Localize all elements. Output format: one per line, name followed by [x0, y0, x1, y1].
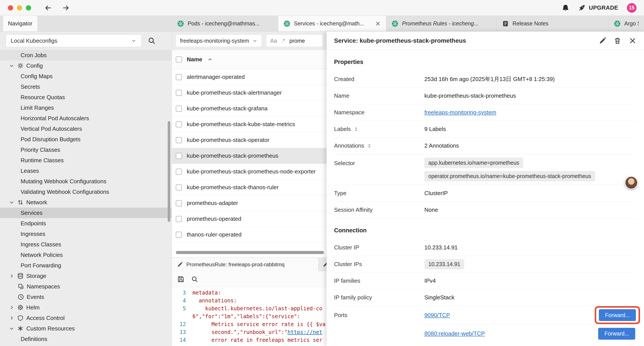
expand-collapse-icon[interactable] — [354, 127, 359, 132]
sidebar-group-storage[interactable]: Storage — [0, 271, 172, 281]
upgrade-button[interactable]: UPGRADE — [578, 4, 618, 11]
table-row-selected[interactable]: kube-prometheus-stack-prometheus — [172, 148, 326, 164]
row-checkbox[interactable] — [176, 184, 182, 191]
forward-port-button[interactable]: Forward... — [599, 309, 636, 321]
horizontal-scrollbar[interactable] — [176, 251, 324, 254]
tab-pods[interactable]: Pods - icecheng@mathmas... — [172, 16, 278, 31]
row-checkbox[interactable] — [176, 153, 182, 159]
namespace-selector[interactable]: freeleaps-monitoring-system — [176, 34, 262, 47]
row-checkbox[interactable] — [176, 232, 182, 238]
minimize-window-button[interactable] — [17, 5, 22, 10]
sidebar-search-icon[interactable] — [148, 37, 156, 45]
tab-navigator[interactable]: Navigator — [3, 16, 37, 31]
item-label: Pod Disruption Budgets — [20, 136, 80, 143]
tab-argo[interactable]: Argo Se — [608, 16, 644, 31]
tab-services[interactable]: Services - icecheng@math... — [278, 16, 386, 31]
sidebar-item-events[interactable]: Events — [0, 292, 172, 302]
property-value: kube-prometheus-stack-prometheus — [424, 92, 636, 99]
editor-tab-partial[interactable] — [319, 258, 326, 271]
name-column-header[interactable]: Name — [187, 56, 202, 63]
user-avatar[interactable] — [625, 176, 638, 189]
notifications-bell-icon[interactable] — [562, 4, 570, 12]
delete-trash-icon[interactable] — [614, 37, 621, 44]
sidebar-item-port-forwarding[interactable]: Port Forwarding — [0, 260, 172, 271]
namespace-link[interactable]: freeleaps-monitoring-system — [424, 109, 496, 116]
table-header[interactable]: Name — [172, 50, 326, 69]
close-drawer-icon[interactable] — [629, 37, 636, 45]
table-row[interactable]: kube-prometheus-stack-prometheus-node-ex… — [172, 164, 326, 180]
back-arrow-icon[interactable] — [44, 4, 52, 12]
sidebar-item-cron-jobs[interactable]: Cron Jobs — [0, 50, 172, 60]
sidebar-item-runtime-classes[interactable]: Runtime Classes — [0, 155, 172, 166]
close-tab-icon[interactable] — [375, 21, 381, 26]
row-checkbox[interactable] — [176, 106, 182, 112]
select-all-checkbox[interactable] — [176, 56, 182, 63]
sidebar-item-vertical-pod-autoscalers[interactable]: Vertical Pod Autoscalers — [0, 123, 172, 134]
table-row[interactable]: kube-prometheus-stack-alertmanager — [172, 85, 326, 101]
sidebar-item-definitions[interactable]: Definitions — [0, 334, 172, 344]
labels-count[interactable]: 9 Labels — [424, 126, 636, 132]
port-link-8080[interactable]: 8080:reloader-web/TCP — [424, 330, 485, 337]
tab-prometheus-rules[interactable]: Prometheus Rules - icecheng... — [386, 16, 497, 31]
zoom-window-button[interactable] — [26, 5, 31, 10]
table-row[interactable]: prometheus-adapter — [172, 195, 326, 211]
sidebar-item-namespaces[interactable]: Namespaces — [0, 281, 172, 292]
row-checkbox[interactable] — [176, 200, 182, 206]
sidebar-item-ingress-classes[interactable]: Ingress Classes — [0, 239, 172, 250]
sidebar-item-horizontal-pod-autoscalers[interactable]: Horizontal Pod Autoscalers — [0, 113, 172, 123]
sidebar-item-secrets[interactable]: Secrets — [0, 81, 172, 92]
row-checkbox[interactable] — [176, 90, 182, 96]
search-input[interactable]: Aa .* prome — [266, 34, 323, 47]
sidebar-item-priority-classes[interactable]: Priority Classes — [0, 145, 172, 155]
sidebar-item-resource-quotas[interactable]: Resource Quotas — [0, 92, 172, 102]
sidebar-item-mutating-webhook-configurations[interactable]: Mutating Webhook Configurations — [0, 176, 172, 187]
sidebar-group-access-control[interactable]: Access Control — [0, 313, 172, 323]
sidebar-item-pod-disruption-budgets[interactable]: Pod Disruption Budgets — [0, 134, 172, 145]
match-case-toggle[interactable]: Aa — [270, 38, 277, 44]
kubeconfig-selector[interactable]: Local Kubeconfigs — [6, 34, 142, 47]
forward-arrow-icon[interactable] — [62, 4, 70, 12]
sidebar-group-network[interactable]: Network — [0, 197, 172, 208]
editor-tab-prometheusrule[interactable]: PrometheusRule: freeleaps-prod-rabbitmq — [172, 258, 319, 271]
sidebar-item-ingresses[interactable]: Ingresses — [0, 229, 172, 239]
runbook-url-link[interactable]: https://net — [287, 329, 322, 335]
port-link-9090[interactable]: 9090/TCP — [424, 312, 450, 319]
yaml-editor[interactable]: 3metadata: 4 annotations: 5 kubectl.kube… — [172, 287, 326, 346]
table-row[interactable]: kube-prometheus-stack-operator — [172, 132, 326, 148]
row-checkbox[interactable] — [176, 121, 182, 127]
sidebar-item-config-maps[interactable]: Config Maps — [0, 71, 172, 81]
table-row[interactable]: kube-prometheus-stack-kube-state-metrics — [172, 116, 326, 132]
notification-count-badge[interactable]: 15 — [627, 3, 636, 13]
close-window-button[interactable] — [8, 5, 13, 10]
table-row[interactable]: kube-prometheus-stack-grafana — [172, 101, 326, 116]
sidebar-group-custom-resources[interactable]: Custom Resources — [0, 323, 172, 334]
sidebar-scrollbar[interactable] — [168, 121, 170, 222]
table-row[interactable]: prometheus-operated — [172, 211, 326, 227]
table-row[interactable]: thanos-ruler-operated — [172, 227, 326, 243]
row-checkbox[interactable] — [176, 137, 182, 143]
tab-release-notes[interactable]: Release Notes — [497, 16, 608, 31]
table-row[interactable]: kube-prometheus-stack-thanos-ruler — [172, 180, 326, 195]
table-row[interactable]: alertmanager-operated — [172, 69, 326, 85]
row-checkbox[interactable] — [176, 216, 182, 222]
annotations-count[interactable]: 2 Annotations — [424, 142, 636, 149]
save-icon[interactable] — [177, 276, 184, 283]
sidebar-group-config[interactable]: Config — [0, 60, 172, 71]
editor-search-icon[interactable] — [191, 276, 198, 283]
sidebar-item-endpoints[interactable]: Endpoints — [0, 218, 172, 229]
sidebar-item-services[interactable]: Services — [0, 208, 172, 218]
sidebar-group-helm[interactable]: Helm — [0, 302, 172, 313]
row-checkbox[interactable] — [176, 74, 182, 80]
sidebar-item-validating-webhook-configurations[interactable]: Validating Webhook Configurations — [0, 187, 172, 197]
regex-toggle[interactable]: .* — [282, 38, 285, 44]
sort-ascending-icon[interactable] — [207, 57, 213, 62]
sidebar-item-limit-ranges[interactable]: Limit Ranges — [0, 102, 172, 113]
expand-collapse-icon[interactable] — [367, 143, 372, 148]
forward-port-button[interactable]: Forward... — [598, 328, 635, 340]
sidebar-item-leases[interactable]: Leases — [0, 166, 172, 176]
chevron-right-icon — [9, 305, 14, 310]
edit-pencil-icon[interactable] — [599, 37, 606, 44]
row-checkbox[interactable] — [176, 169, 182, 175]
line-number: 3 — [172, 289, 186, 297]
sidebar-item-network-policies[interactable]: Network Policies — [0, 250, 172, 260]
